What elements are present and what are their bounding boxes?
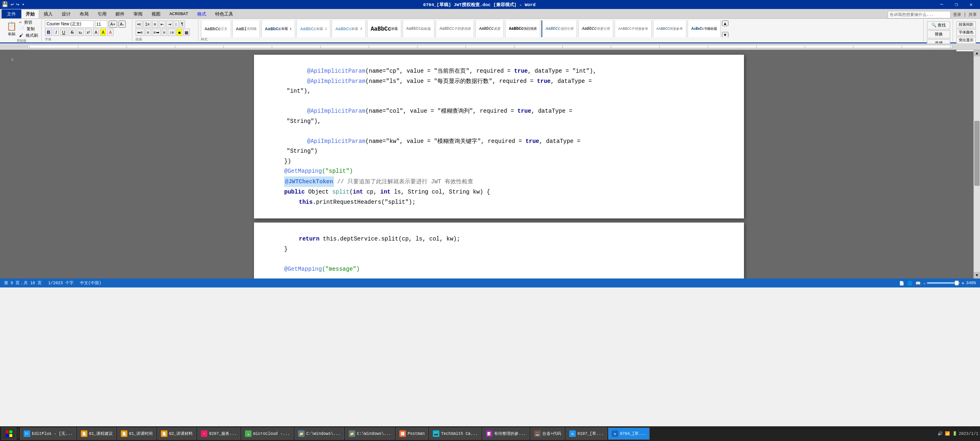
tab-format[interactable]: 格式 <box>193 9 211 18</box>
style-title[interactable]: AaBbCc标题 <box>367 20 401 37</box>
font-size-input[interactable] <box>95 20 107 28</box>
close-btn[interactable]: ✕ <box>964 0 978 9</box>
bullets-btn[interactable]: •≡ <box>136 20 143 28</box>
borders-btn[interactable]: ▦ <box>183 29 190 36</box>
scroll-down-btn[interactable]: ▼ <box>974 272 980 278</box>
line-spacing-btn[interactable]: ↕≡ <box>168 29 176 36</box>
tab-references[interactable]: 引用 <box>93 9 111 18</box>
find-btn[interactable]: 🔍 查找 <box>927 21 950 29</box>
paste-btn[interactable]: 📋 粘贴 <box>5 20 18 38</box>
multilevel-list-btn[interactable]: ≡ <box>152 20 158 28</box>
highlight-right-btn[interactable]: 突出显示 <box>956 37 976 44</box>
font-size-increase-btn[interactable]: A+ <box>109 20 117 28</box>
zoom-out-btn[interactable]: - <box>924 280 925 286</box>
scroll-thumb[interactable] <box>974 121 980 185</box>
restore-btn[interactable]: ❐ <box>949 0 964 9</box>
tab-insert[interactable]: 插入 <box>39 9 57 18</box>
style-subtle-ref[interactable]: AaBbCc不明显参考 <box>615 20 651 37</box>
text-effects-btn[interactable]: A <box>93 29 99 36</box>
scroll-up-btn[interactable]: ▲ <box>974 50 980 56</box>
strikethrough-btn[interactable]: S <box>69 29 76 36</box>
view-web-btn[interactable]: 🌐 <box>907 281 912 285</box>
style-subtitle[interactable]: AaBbCc副标题 <box>403 20 434 37</box>
align-left-btn[interactable]: ⬅≡ <box>136 29 145 36</box>
copy-btn[interactable]: 📄 复制 <box>19 26 38 32</box>
taskbar-0207[interactable]: ⚡ 0207_服务... <box>197 428 241 440</box>
underline-btn[interactable]: U <box>60 29 67 36</box>
quick-redo-icon[interactable]: ↪ <box>16 1 20 8</box>
taskbar-techsmith[interactable]: 📷 TechSmith Ca... <box>429 428 481 440</box>
style-h3[interactable]: AaBbCc标题 3 <box>332 20 365 37</box>
style-h1[interactable]: AaBbCc标题 1 <box>261 20 295 37</box>
vertical-scrollbar[interactable]: ▲ ▼ <box>973 50 980 278</box>
style-book-title[interactable]: AaBbCc书籍标题 <box>688 20 721 37</box>
bold-btn[interactable]: B <box>45 29 52 36</box>
tab-design[interactable]: 设计 <box>57 9 75 18</box>
view-print-btn[interactable]: 📄 <box>899 281 904 285</box>
minimize-btn[interactable]: ─ <box>934 0 949 9</box>
zoom-slider[interactable] <box>927 282 960 284</box>
increase-indent-btn[interactable]: ⇥ <box>166 20 173 28</box>
tab-layout[interactable]: 布局 <box>75 9 93 18</box>
tab-special[interactable]: 特色工具 <box>211 9 238 18</box>
highlight-btn[interactable]: A <box>100 29 106 36</box>
font-color-btn[interactable]: A <box>107 29 114 36</box>
show-marks-btn[interactable]: ¶ <box>180 20 185 28</box>
italic-btn[interactable]: I <box>53 29 59 36</box>
tab-start[interactable]: 开始 <box>21 9 39 18</box>
styles-scroll-up-btn[interactable]: ▲ <box>722 20 728 26</box>
zoom-thumb[interactable] <box>955 281 959 285</box>
align-center-btn[interactable]: ≡ <box>145 29 151 36</box>
start-btn[interactable] <box>2 428 16 440</box>
font-size-decrease-btn[interactable]: A- <box>118 20 126 28</box>
sort-btn[interactable]: ↕ <box>174 20 179 28</box>
font-name-input[interactable] <box>45 20 94 28</box>
superscript-btn[interactable]: x² <box>85 29 91 36</box>
style-h2[interactable]: AaBbCc标题 2 <box>296 20 330 37</box>
taskbar-windows2[interactable]: 📁 C:\Windows\... <box>345 428 395 440</box>
subscript-btn[interactable]: x₂ <box>77 29 84 36</box>
format-paint-btn[interactable]: 🖌 格式刷 <box>19 33 38 38</box>
style-quote[interactable]: AaBbCc明显引用 <box>578 20 613 37</box>
tab-review[interactable]: 审阅 <box>129 9 147 18</box>
taskbar-postman[interactable]: 🅿 Postman <box>396 428 428 440</box>
pages-container[interactable]: @ApiImplicitParam(name="cp", value = "当前… <box>24 50 973 278</box>
tab-acrobat[interactable]: ACROBAT <box>165 9 193 18</box>
style-strong-em[interactable]: AaBbCc强烈强调 <box>505 20 540 37</box>
align-right-btn[interactable]: ≡➡ <box>152 29 161 36</box>
para-spacing-btn[interactable]: 段落间距 <box>956 21 976 28</box>
quick-undo-icon[interactable]: ↩ <box>11 1 14 8</box>
numbering-btn[interactable]: 1≡ <box>143 20 151 28</box>
styles-scroll-down-btn[interactable]: ▼ <box>722 32 728 38</box>
replace-btn[interactable]: 替换 <box>927 30 950 38</box>
taskbar-02-material[interactable]: 📄 02_讲课材料 <box>157 428 196 440</box>
taskbar-microcloud[interactable]: ☁ microcloud -... <box>241 428 294 440</box>
search-input[interactable]: 告诉我您想要做什么... <box>888 11 951 18</box>
style-subtle-em[interactable]: AaBbCc不明显强调 <box>436 20 474 37</box>
style-intense-ref[interactable]: AaBbCc明显参考 <box>653 20 686 37</box>
taskbar-01-time[interactable]: 📄 01_讲课时间 <box>117 428 156 440</box>
view-read-btn[interactable]: 📖 <box>915 281 920 285</box>
tab-mail[interactable]: 邮件 <box>111 9 129 18</box>
style-intense-quote[interactable]: AaBbCc强烈引用 <box>541 20 577 37</box>
taskbar-windows1[interactable]: 📁 C:\Windows\... <box>294 428 344 440</box>
cut-btn[interactable]: ✂ 剪切 <box>19 20 38 25</box>
style-no-spacing[interactable]: AaBl无间隔 <box>232 20 260 37</box>
style-normal[interactable]: AaBbCc正文 <box>201 20 231 37</box>
taskbar-editplus[interactable]: E+ EditPlus - [无... <box>20 428 76 440</box>
taskbar-01-course[interactable]: 📄 01_课程建议 <box>77 428 116 440</box>
font-color-right-btn[interactable]: 字体颜色 <box>956 29 976 36</box>
decrease-indent-btn[interactable]: ⇤ <box>159 20 165 28</box>
taskbar-notes[interactable]: 📝 有待整理的参... <box>482 428 530 440</box>
quick-save-icon[interactable]: 💾 <box>2 1 8 8</box>
shading-btn[interactable]: ■ <box>176 29 182 36</box>
tab-file[interactable]: 文件 <box>2 9 21 18</box>
style-em[interactable]: AaBbCc着重 <box>475 20 504 37</box>
taskbar-0704[interactable]: W 0704_[草... <box>608 428 650 440</box>
status-bar: 第 9 页，共 16 页 1/2023 个字 中文(中国) 📄 🌐 📖 - + … <box>0 278 980 287</box>
tab-view[interactable]: 视图 <box>147 9 165 18</box>
taskbar-0107[interactable]: W 0107_[草... <box>566 428 607 440</box>
justify-btn[interactable]: ≡ <box>162 29 167 36</box>
zoom-in-btn[interactable]: + <box>961 280 964 286</box>
taskbar-code[interactable]: 💻 合道+代码 <box>530 428 565 440</box>
